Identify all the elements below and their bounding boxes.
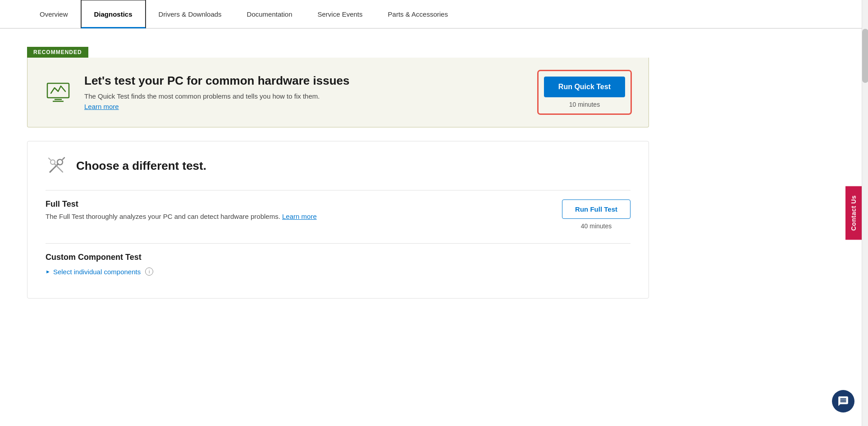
choose-test-card: Choose a different test. Full Test The F… (27, 141, 649, 299)
contact-us-button[interactable]: Contact Us (845, 186, 862, 240)
quick-test-time: 10 minutes (569, 101, 600, 108)
full-test-info: Full Test The Full Test thoroughly analy… (46, 199, 317, 220)
recommended-badge: RECOMMENDED (27, 47, 88, 58)
quick-test-title: Let's test your PC for common hardware i… (84, 74, 525, 88)
svg-line-10 (49, 158, 50, 160)
recommended-section: RECOMMENDED Let's test your PC for commo… (27, 47, 649, 127)
custom-test-name: Custom Component Test (46, 253, 630, 262)
full-test-action: Run Full Test 40 minutes (562, 199, 630, 230)
svg-line-8 (55, 164, 63, 172)
quick-test-learn-more[interactable]: Learn more (84, 103, 119, 110)
custom-test-section: Custom Component Test ► Select individua… (46, 243, 630, 285)
scrollbar-thumb[interactable] (862, 29, 868, 83)
diagnostics-icon (46, 80, 71, 105)
scrollbar-track (862, 0, 868, 426)
top-nav: Overview Diagnostics Drivers & Downloads… (0, 0, 868, 29)
run-quick-test-button[interactable]: Run Quick Test (544, 77, 625, 97)
main-content: RECOMMENDED Let's test your PC for commo… (0, 29, 676, 317)
full-test-section: Full Test The Full Test thoroughly analy… (46, 190, 630, 243)
recommended-header: RECOMMENDED (27, 47, 88, 58)
select-components-link[interactable]: ► Select individual components i (46, 267, 630, 276)
full-test-description: The Full Test thoroughly analyzes your P… (46, 213, 317, 220)
nav-item-overview[interactable]: Overview (27, 0, 81, 28)
triangle-icon: ► (46, 269, 50, 274)
nav-item-diagnostics[interactable]: Diagnostics (81, 0, 146, 28)
full-test-name: Full Test (46, 199, 317, 209)
choose-test-title: Choose a different test. (76, 159, 206, 173)
chat-button[interactable] (832, 390, 854, 412)
quick-test-content: Let's test your PC for common hardware i… (84, 74, 525, 111)
full-test-top: Full Test The Full Test thoroughly analy… (46, 199, 630, 230)
nav-item-parts[interactable]: Parts & Accessories (375, 0, 461, 28)
nav-item-drivers[interactable]: Drivers & Downloads (146, 0, 234, 28)
run-full-test-button[interactable]: Run Full Test (562, 199, 630, 219)
full-test-learn-more[interactable]: Learn more (282, 213, 317, 220)
nav-item-documentation[interactable]: Documentation (234, 0, 305, 28)
svg-line-7 (50, 170, 52, 172)
info-icon[interactable]: i (145, 267, 153, 276)
choose-test-header: Choose a different test. (46, 155, 630, 177)
quick-test-card: Let's test your PC for common hardware i… (27, 58, 649, 127)
quick-test-description: The Quick Test finds the most common pro… (84, 92, 525, 100)
full-test-time: 40 minutes (581, 222, 612, 230)
quick-test-action: Run Quick Test 10 minutes (539, 71, 630, 113)
svg-line-6 (63, 158, 64, 159)
select-components-label: Select individual components (53, 268, 141, 276)
svg-point-9 (50, 160, 55, 164)
nav-item-service-events[interactable]: Service Events (305, 0, 375, 28)
tools-icon (46, 155, 67, 177)
